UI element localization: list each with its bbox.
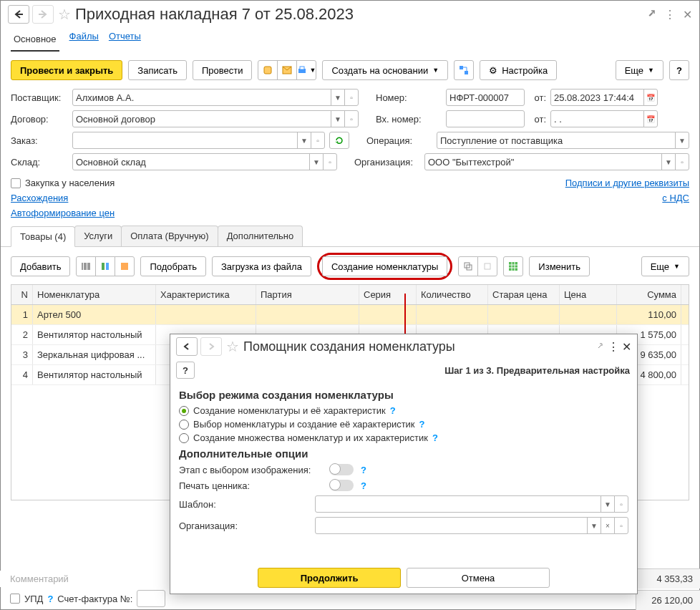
dropdown-icon[interactable]: ▼	[297, 132, 311, 149]
table-row[interactable]: 1 Артел 500 110,00	[11, 305, 689, 325]
col-series[interactable]: Серия	[359, 285, 417, 304]
print-icon[interactable]: ▼	[296, 60, 316, 80]
discrep-link[interactable]: Расхождения	[11, 193, 68, 203]
post-close-button[interactable]: Провести и закрыть	[11, 60, 122, 80]
col-batch[interactable]: Партия	[256, 285, 359, 304]
mail-icon[interactable]	[277, 60, 297, 80]
link-icon[interactable]	[595, 342, 605, 352]
contract-field[interactable]: Основной договор	[72, 110, 331, 127]
hint-icon[interactable]: ?	[432, 432, 438, 443]
dlg-org-field[interactable]	[315, 517, 588, 534]
load-button[interactable]: Загрузка из файла	[212, 256, 311, 276]
pick-button[interactable]: Подобрать	[140, 256, 205, 276]
date-field[interactable]: 25.08.2023 17:44:4	[550, 89, 644, 106]
close-icon[interactable]: ✕	[683, 8, 692, 21]
paste-icon[interactable]	[477, 256, 497, 276]
toggle-price[interactable]	[329, 480, 354, 491]
template-field[interactable]	[315, 495, 601, 513]
help-button[interactable]: ?	[669, 60, 689, 80]
radio-multi[interactable]: Создание множества номенклатур и их хара…	[179, 432, 628, 443]
star-icon[interactable]: ☆	[225, 339, 240, 354]
copy-icon[interactable]	[458, 256, 478, 276]
dropdown-icon[interactable]: ▼	[309, 153, 324, 170]
dropdown-icon[interactable]: ▼	[661, 153, 676, 170]
dropdown-icon[interactable]: ▼	[587, 517, 601, 534]
autoprice-link[interactable]: Автоформирование цен	[11, 208, 115, 218]
favorite-icon[interactable]: ☆	[57, 6, 72, 22]
toggle-image[interactable]	[329, 464, 354, 475]
open-icon[interactable]: ▫	[311, 132, 325, 149]
supplier-field[interactable]: Алхимов А.А.	[72, 89, 331, 106]
pop-purchase-check[interactable]: Закупка у населения	[11, 178, 115, 188]
hint-icon[interactable]: ?	[47, 594, 53, 604]
vat-link[interactable]: с НДС	[662, 193, 689, 203]
continue-button[interactable]: Продолжить	[258, 568, 401, 588]
more-button[interactable]: Еще ▼	[616, 60, 663, 80]
order-field[interactable]	[72, 132, 298, 149]
attach-icon[interactable]	[258, 60, 278, 80]
forward-button[interactable]	[32, 5, 54, 24]
add-button[interactable]: Добавить	[11, 256, 70, 276]
in-number-field[interactable]	[446, 110, 525, 127]
tab-main[interactable]: Основное	[11, 31, 59, 52]
dropdown-icon[interactable]: ▼	[331, 110, 345, 127]
col-qty[interactable]: Количество	[417, 285, 488, 304]
link-icon[interactable]	[646, 9, 657, 20]
settings-button[interactable]: ⚙ Настройка	[480, 60, 557, 80]
hint-icon[interactable]: ?	[390, 405, 396, 416]
dropdown-icon[interactable]: ▼	[601, 495, 615, 513]
open-icon[interactable]: ▫	[614, 517, 628, 534]
save-button[interactable]: Записать	[128, 60, 187, 80]
grid-icon[interactable]	[503, 256, 523, 276]
col-n[interactable]: N	[11, 285, 33, 304]
tab-payment[interactable]: Оплата (Вручную)	[121, 226, 218, 246]
radio-create[interactable]: Создание номенклатуры и её характеристик…	[179, 405, 628, 416]
edit-button[interactable]: Изменить	[529, 256, 590, 276]
tab-extra[interactable]: Дополнительно	[218, 226, 303, 246]
open-icon[interactable]: ▫	[675, 153, 689, 170]
col-old[interactable]: Старая цена	[488, 285, 560, 304]
scan1-icon[interactable]	[95, 256, 115, 276]
create-nomen-button[interactable]: Создание номенклатуры	[322, 256, 447, 276]
col-nomen[interactable]: Номенклатура	[33, 285, 156, 304]
more-icon[interactable]: ⋮	[608, 340, 619, 354]
more-icon[interactable]: ⋮	[664, 8, 676, 21]
dlg-help[interactable]: ?	[176, 362, 195, 379]
tab-goods[interactable]: Товары (4)	[11, 226, 75, 247]
dlg-fwd[interactable]	[200, 337, 222, 356]
upd-check[interactable]	[10, 594, 20, 604]
barcode-icon[interactable]	[76, 256, 96, 276]
signatures-link[interactable]: Подписи и другие реквизиты	[565, 178, 689, 188]
number-field[interactable]: НФРТ-000007	[446, 89, 525, 106]
calendar-icon[interactable]: 📅	[643, 89, 658, 106]
open-icon[interactable]: ▫	[344, 110, 359, 127]
warehouse-field[interactable]: Основной склад	[72, 153, 310, 170]
create-based-button[interactable]: Создать на основании ▼	[322, 60, 448, 80]
close-icon[interactable]: ✕	[622, 340, 631, 354]
refresh-order-icon[interactable]	[329, 132, 349, 149]
post-button[interactable]: Провести	[193, 60, 253, 80]
dlg-back[interactable]	[176, 337, 198, 356]
open-icon[interactable]: ▫	[614, 495, 628, 513]
org-field[interactable]: ООО "Быттехстрой"	[424, 153, 662, 170]
scan2-icon[interactable]	[115, 256, 135, 276]
structure-icon[interactable]	[454, 60, 474, 80]
tab-files[interactable]: Файлы	[69, 31, 99, 52]
more2-button[interactable]: Еще ▼	[641, 256, 689, 276]
in-date-field[interactable]: . .	[550, 110, 644, 127]
col-char[interactable]: Характеристика	[156, 285, 256, 304]
tab-services[interactable]: Услуги	[74, 226, 122, 246]
dropdown-icon[interactable]: ▼	[675, 132, 689, 149]
col-price[interactable]: Цена	[560, 285, 617, 304]
back-button[interactable]	[8, 5, 29, 24]
operation-field[interactable]: Поступление от поставщика	[437, 132, 676, 149]
dropdown-icon[interactable]: ▼	[331, 89, 345, 106]
hint-icon[interactable]: ?	[361, 480, 366, 491]
open-icon[interactable]: ▫	[323, 153, 337, 170]
col-sum[interactable]: Сумма	[617, 285, 681, 304]
radio-select[interactable]: Выбор номенклатуры и создание её характе…	[179, 419, 628, 430]
tab-reports[interactable]: Отчеты	[109, 31, 141, 52]
cancel-button[interactable]: Отмена	[407, 568, 550, 588]
hint-icon[interactable]: ?	[419, 419, 425, 430]
calendar-icon[interactable]: 📅	[643, 110, 658, 127]
